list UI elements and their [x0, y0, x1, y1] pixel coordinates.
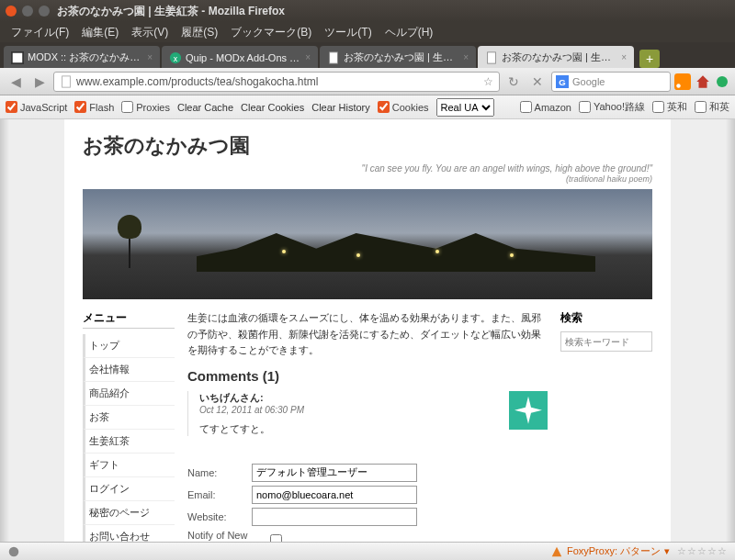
svg-point-11 [717, 76, 728, 87]
right-sidebar: 検索 [560, 310, 652, 542]
page-viewport: お茶のなかみつ園 "I can see you fly. You are an … [0, 119, 735, 542]
clear-history-button[interactable]: Clear History [311, 102, 370, 113]
close-tab-icon[interactable]: × [305, 52, 311, 62]
minimize-icon[interactable] [22, 6, 33, 17]
yahoo-link[interactable]: Yahoo!路線 [579, 100, 645, 114]
close-icon[interactable] [6, 6, 17, 17]
reload-button[interactable]: ↻ [503, 72, 524, 92]
menu-edit[interactable]: 編集(E) [76, 23, 124, 42]
page-icon [485, 51, 498, 64]
menu-item[interactable]: ログイン [83, 477, 175, 501]
js-toggle[interactable]: JavaScript [6, 101, 67, 113]
page-icon [11, 51, 24, 64]
search-input[interactable] [560, 331, 652, 352]
main-content: 生姜には血液の循環をスムーズにし、体を温める効果があります。また、風邪の予防や、… [187, 310, 548, 542]
window-title: お茶のなかみつ園 | 生姜紅茶 - Mozilla Firefox [57, 4, 285, 19]
status-icon [7, 545, 20, 558]
svg-text:G: G [559, 76, 565, 86]
tab-label: MODX :: お茶のなかみつ園 [28, 50, 143, 64]
close-tab-icon[interactable]: × [147, 52, 153, 62]
menu-item[interactable]: ギフト [83, 454, 175, 477]
comment-form: Name: Email: Website: Notify of New Repl… [187, 464, 548, 542]
comment-author: いちげんさん: [199, 391, 548, 405]
useragent-select[interactable]: Real UA [436, 98, 494, 117]
notify-checkbox[interactable] [270, 534, 282, 542]
feed-icon[interactable] [674, 73, 691, 90]
page-content: お茶のなかみつ園 "I can see you fly. You are an … [64, 119, 671, 542]
proxies-toggle[interactable]: Proxies [121, 101, 170, 113]
cookies-toggle[interactable]: Cookies [378, 101, 429, 113]
bookmark-star-icon[interactable]: ☆ [483, 75, 493, 88]
waei-link[interactable]: 和英 [695, 100, 729, 114]
dropdown-icon: ▾ [664, 545, 670, 557]
menu-history[interactable]: 履歴(S) [175, 23, 223, 42]
tab-4-active[interactable]: お茶のなかみつ園 | 生姜紅茶 × [478, 46, 634, 68]
tab-label: Quip - MODx Add-Ons - MO... [186, 52, 301, 63]
search-heading: 検索 [560, 310, 652, 326]
menu-file[interactable]: ファイル(F) [6, 23, 74, 42]
email-input[interactable] [252, 486, 417, 504]
clear-cache-button[interactable]: Clear Cache [177, 102, 233, 113]
comment-date: Oct 12, 2011 at 06:30 PM [199, 405, 548, 415]
avatar [509, 391, 548, 430]
menu-item[interactable]: お茶 [83, 406, 175, 430]
tab-3[interactable]: お茶のなかみつ園 | 生姜紅茶 × [320, 46, 476, 68]
home-icon[interactable] [695, 73, 711, 90]
tab-1[interactable]: MODX :: お茶のなかみつ園 × [4, 46, 160, 68]
menu-tools[interactable]: ツール(T) [319, 23, 377, 42]
name-input[interactable] [252, 464, 417, 482]
close-tab-icon[interactable]: × [621, 52, 627, 62]
status-bar: FoxyProxy: パターン ▾ ☆☆☆☆☆ [0, 542, 735, 560]
forward-button[interactable]: ▶ [29, 72, 50, 92]
comment-item: いちげんさん: Oct 12, 2011 at 06:30 PM てすとてすと。 [187, 391, 548, 436]
tab-label: お茶のなかみつ園 | 生姜紅茶 [344, 50, 459, 64]
left-sidebar: メニュー トップ 会社情報 商品紹介 お茶 生姜紅茶 ギフト ログイン 秘密のペ… [83, 310, 175, 542]
name-label: Name: [187, 467, 252, 478]
menu-item[interactable]: 会社情報 [83, 358, 175, 382]
website-input[interactable] [252, 508, 417, 526]
menu-item[interactable]: 商品紹介 [83, 382, 175, 406]
close-tab-icon[interactable]: × [463, 52, 469, 62]
page-icon [327, 51, 340, 64]
svg-text:x: x [174, 53, 178, 62]
url-input[interactable]: www.example.com/products/tea/shogakocha.… [53, 72, 500, 92]
back-button[interactable]: ◀ [6, 72, 26, 92]
tab-2[interactable]: x Quip - MODx Add-Ons - MO... × [162, 46, 318, 68]
menu-item[interactable]: トップ [83, 334, 175, 358]
notify-label: Notify of New Replies: [187, 530, 270, 542]
stop-button[interactable]: ✕ [527, 72, 548, 92]
addon-icon[interactable] [715, 74, 729, 89]
menu-heading: メニュー [83, 310, 175, 329]
maximize-icon[interactable] [39, 6, 50, 17]
window-titlebar: お茶のなかみつ園 | 生姜紅茶 - Mozilla Firefox [0, 0, 735, 22]
amazon-link[interactable]: Amazon [520, 100, 571, 114]
tab-bar: MODX :: お茶のなかみつ園 × x Quip - MODx Add-Ons… [0, 42, 735, 68]
menu-item[interactable]: お問い合わせ [83, 525, 175, 542]
menu-view[interactable]: 表示(V) [126, 23, 174, 42]
menu-help[interactable]: ヘルプ(H) [379, 23, 439, 42]
svg-rect-5 [488, 51, 496, 62]
svg-point-12 [9, 546, 19, 556]
new-tab-button[interactable]: + [639, 50, 660, 68]
email-label: Email: [187, 489, 252, 500]
flash-toggle[interactable]: Flash [74, 101, 114, 113]
website-label: Website: [187, 511, 252, 522]
foxyproxy-status[interactable]: FoxyProxy: パターン ▾ [550, 544, 670, 558]
rating-stars[interactable]: ☆☆☆☆☆ [677, 545, 728, 557]
clear-cookies-button[interactable]: Clear Cookies [241, 102, 304, 113]
page-icon: x [169, 51, 182, 64]
menubar: ファイル(F) 編集(E) 表示(V) 履歴(S) ブックマーク(B) ツール(… [0, 22, 735, 42]
eiwa-link[interactable]: 英和 [652, 100, 687, 114]
menu-item[interactable]: 秘密のページ [83, 501, 175, 525]
url-text: www.example.com/products/tea/shogakocha.… [76, 75, 483, 88]
comments-heading: Comments (1) [187, 368, 548, 384]
search-engine-label: Google [572, 76, 605, 87]
svg-rect-9 [674, 73, 691, 90]
svg-rect-1 [13, 52, 23, 62]
menu-bookmarks[interactable]: ブックマーク(B) [225, 23, 317, 42]
menu-item[interactable]: 生姜紅茶 [83, 430, 175, 454]
article-description: 生姜には血液の循環をスムーズにし、体を温める効果があります。また、風邪の予防や、… [187, 310, 548, 359]
search-box[interactable]: G Google [551, 72, 671, 92]
page-icon [60, 75, 73, 88]
menu-list: トップ 会社情報 商品紹介 お茶 生姜紅茶 ギフト ログイン 秘密のページ お問… [83, 334, 175, 542]
